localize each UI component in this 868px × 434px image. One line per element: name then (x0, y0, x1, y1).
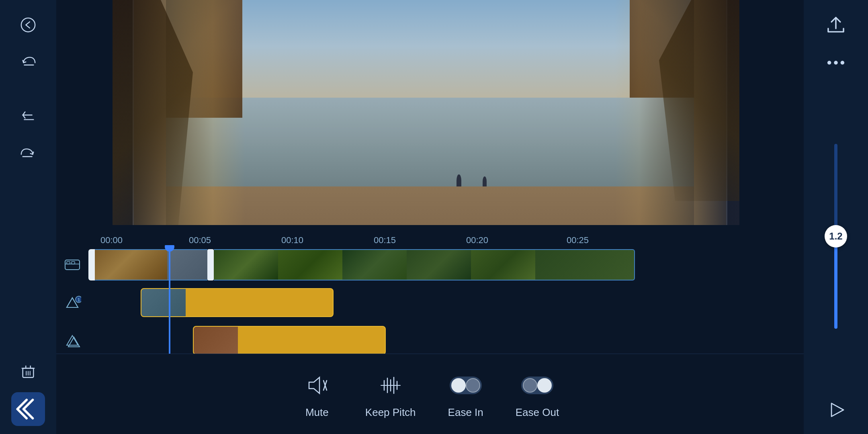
overlay-track-2-icon (58, 326, 86, 354)
timeline-container: 00:00 00:05 00:10 00:15 00:20 00:25 (56, 225, 804, 354)
keep-pitch-icon (375, 369, 407, 401)
speed-slider-track: 1.2 (834, 144, 837, 329)
right-panel: 1.2 (804, 0, 868, 434)
speed-slider-thumb[interactable]: 1.2 (825, 225, 847, 248)
left-sidebar (0, 0, 56, 434)
main-content: PowerDirector 00:00 00:05 00:10 00:15 00… (56, 0, 804, 434)
speed-slider-fill (834, 236, 837, 329)
svg-rect-13 (67, 262, 70, 264)
undo-button[interactable] (11, 46, 45, 80)
collapse-button[interactable] (11, 392, 45, 426)
svg-point-30 (827, 61, 831, 65)
speed-value: 1.2 (829, 231, 842, 242)
forward-button[interactable] (11, 137, 45, 171)
ease-in-icon (450, 369, 482, 401)
ruler-mark-15: 00:15 (374, 235, 396, 246)
bottom-toolbar: Mute Keep Pitch (56, 354, 804, 434)
playhead[interactable] (169, 245, 170, 354)
svg-point-31 (834, 61, 838, 65)
overlay-track-1-icon: 1 (58, 289, 86, 317)
delete-button[interactable] (11, 354, 45, 388)
mute-icon (301, 369, 333, 401)
speed-slider[interactable]: 1.2 (834, 85, 837, 387)
ruler-mark-25: 00:25 (567, 235, 589, 246)
ease-in-button[interactable]: Ease In (448, 369, 483, 419)
video-preview: PowerDirector (56, 0, 804, 225)
ruler-mark-5: 00:05 (189, 235, 211, 246)
video-track-row (88, 247, 804, 283)
play-button[interactable] (820, 394, 852, 426)
svg-text:1: 1 (78, 297, 80, 302)
keep-pitch-button[interactable]: Keep Pitch (365, 369, 416, 419)
keep-pitch-label: Keep Pitch (365, 406, 416, 419)
overlay-track-1-row: 1 (88, 285, 804, 321)
video-frame: PowerDirector (133, 0, 727, 225)
ruler-mark-20: 00:20 (466, 235, 488, 246)
overlay-track-2-row (88, 322, 804, 354)
mute-button[interactable]: Mute (301, 369, 333, 419)
svg-point-32 (841, 61, 845, 65)
timeline-tracks: 1 (56, 245, 804, 354)
ruler-mark-10: 00:10 (281, 235, 303, 246)
video-track-icon (58, 251, 86, 279)
svg-marker-33 (831, 403, 843, 417)
ruler-mark-0: 00:00 (100, 235, 123, 246)
ease-in-label: Ease In (448, 406, 483, 419)
svg-rect-14 (72, 262, 75, 264)
mute-label: Mute (305, 406, 329, 419)
ease-out-button[interactable]: Ease Out (516, 369, 559, 419)
redo-undo-button[interactable] (11, 100, 45, 133)
export-button[interactable] (820, 8, 852, 40)
svg-point-0 (21, 18, 35, 32)
more-options-button[interactable] (820, 47, 852, 79)
back-button[interactable] (11, 8, 45, 42)
ease-out-icon (521, 369, 553, 401)
ease-out-label: Ease Out (516, 406, 559, 419)
timeline-ruler: 00:00 00:05 00:10 00:15 00:20 00:25 (56, 225, 804, 245)
